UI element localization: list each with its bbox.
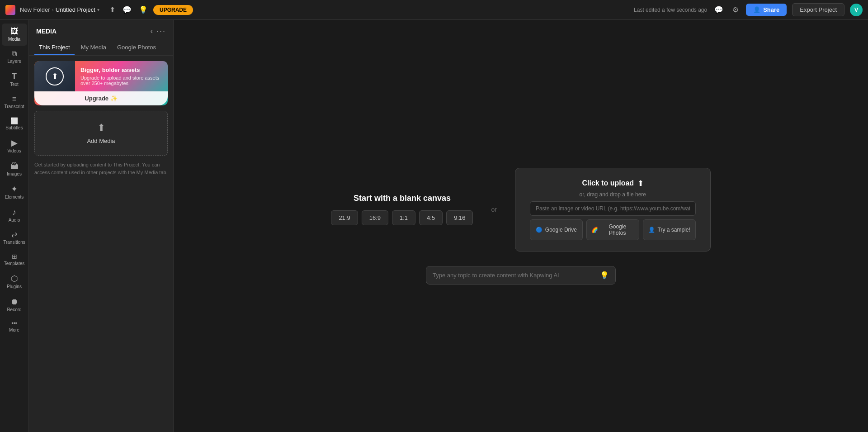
- breadcrumb-sep: ›: [52, 6, 53, 13]
- record-icon: ⏺: [10, 298, 19, 306]
- upgrade-banner-placeholder: ⬆: [34, 61, 75, 91]
- sidebar-item-layers[interactable]: ⧉ Layers: [2, 47, 27, 68]
- sidebar-item-transcript[interactable]: ≡ Transcript: [2, 92, 27, 113]
- media-panel-header: MEDIA ‹ ···: [29, 20, 173, 40]
- tab-google-photos[interactable]: Google Photos: [113, 40, 160, 55]
- blank-canvas-section: Start with a blank canvas 21:9 16:9 1:1 …: [331, 194, 473, 225]
- upload-button[interactable]: ⬆: [108, 4, 117, 16]
- media-panel-more-btn[interactable]: ···: [156, 26, 166, 36]
- project-name[interactable]: Untitled Project: [56, 6, 95, 13]
- google-photos-button[interactable]: 🌈 Google Photos: [586, 219, 639, 240]
- tab-my-media[interactable]: My Media: [76, 40, 111, 55]
- share-icon: 👤: [753, 6, 760, 13]
- ar-btn-1-1[interactable]: 1:1: [392, 210, 415, 225]
- media-icon: 🖼: [10, 27, 19, 35]
- topbar-right: Last edited a few seconds ago 💬 ⚙ 👤 Shar…: [634, 3, 863, 16]
- upgrade-banner-content: Bigger, bolder assets Upgrade to upload …: [75, 61, 168, 91]
- images-icon: 🏔: [10, 162, 19, 170]
- topbar: New Folder › Untitled Project ▾ ⬆ 💬 💡 UP…: [0, 0, 868, 20]
- upgrade-banner-btn[interactable]: Upgrade ✨: [34, 91, 168, 105]
- main-layout: 🖼 Media ⧉ Layers T Text ≡ Transcript ⬜ S…: [0, 20, 868, 432]
- sidebar-item-media[interactable]: 🖼 Media: [2, 24, 27, 46]
- try-sample-label: Try a sample!: [658, 227, 690, 233]
- audio-icon: ♪: [12, 208, 16, 216]
- upgrade-banner-inner: ⬆ Bigger, bolder assets Upgrade to uploa…: [34, 61, 168, 91]
- url-input[interactable]: [530, 201, 696, 216]
- elements-icon: ✦: [11, 185, 18, 193]
- export-button[interactable]: Export Project: [792, 3, 844, 16]
- ar-btn-4-5[interactable]: 4:5: [419, 210, 443, 225]
- settings-icon-btn[interactable]: ⚙: [731, 4, 741, 16]
- last-edited-label: Last edited a few seconds ago: [634, 7, 707, 13]
- sidebar-icons: 🖼 Media ⧉ Layers T Text ≡ Transcript ⬜ S…: [0, 20, 29, 432]
- ai-input-wrap: 💡: [426, 266, 616, 285]
- comment-button[interactable]: 💬: [121, 4, 133, 16]
- logo: [5, 5, 15, 15]
- sidebar-item-audio[interactable]: ♪ Audio: [2, 204, 27, 227]
- share-button[interactable]: 👤 Share: [746, 4, 787, 16]
- share-label: Share: [763, 6, 779, 13]
- transitions-icon: ⇄: [11, 231, 17, 238]
- upload-section[interactable]: Click to upload ⬆ or, drag and drop a fi…: [515, 168, 711, 252]
- sidebar-item-elements[interactable]: ✦ Elements: [2, 181, 27, 204]
- upgrade-banner-image: ⬆: [34, 61, 75, 91]
- chat-icon-btn[interactable]: 💬: [712, 4, 725, 16]
- google-drive-label: Google Drive: [545, 227, 577, 233]
- more-icon: •••: [11, 321, 17, 326]
- topbar-actions: ⬆ 💬 💡 UPGRADE: [108, 4, 193, 16]
- media-help-text: Get started by uploading content to This…: [34, 161, 168, 176]
- templates-icon: ⊞: [12, 253, 17, 260]
- media-panel: MEDIA ‹ ··· This Project My Media Google…: [29, 20, 174, 432]
- try-sample-icon: 👤: [648, 227, 655, 233]
- videos-icon: ▶: [11, 139, 18, 147]
- upload-arrow-icon: ⬆: [637, 179, 643, 188]
- breadcrumb-dropdown-icon[interactable]: ▾: [97, 7, 99, 12]
- media-tabs: This Project My Media Google Photos: [29, 40, 173, 56]
- avatar-button[interactable]: V: [850, 4, 863, 16]
- upload-title: Click to upload ⬆: [582, 179, 643, 188]
- canvas-area: Start with a blank canvas 21:9 16:9 1:1 …: [174, 20, 868, 432]
- add-media-label: Add Media: [87, 138, 115, 144]
- sections-row: Start with a blank canvas 21:9 16:9 1:1 …: [317, 168, 724, 252]
- transcript-icon: ≡: [12, 95, 16, 103]
- ai-sparkle-icon: 💡: [600, 271, 609, 280]
- media-panel-title: MEDIA: [36, 28, 57, 35]
- layers-icon: ⧉: [12, 50, 17, 57]
- sidebar-item-text[interactable]: T Text: [2, 69, 27, 91]
- sidebar-item-more[interactable]: ••• More: [2, 317, 27, 337]
- text-icon: T: [12, 72, 17, 81]
- upload-source-buttons: 🔵 Google Drive 🌈 Google Photos 👤 Try a s…: [530, 219, 696, 240]
- ar-btn-16-9[interactable]: 16:9: [362, 210, 388, 225]
- upgrade-banner-title: Bigger, bolder assets: [80, 66, 162, 73]
- breadcrumb: New Folder › Untitled Project ▾: [20, 6, 99, 13]
- or-divider: or: [491, 206, 496, 213]
- plugins-icon: ⬡: [11, 275, 18, 283]
- blank-canvas-title: Start with a blank canvas: [354, 194, 451, 203]
- logo-icon: [5, 5, 15, 15]
- aspect-ratio-buttons: 21:9 16:9 1:1 4:5 9:16: [331, 210, 473, 225]
- try-sample-button[interactable]: 👤 Try a sample!: [643, 219, 696, 240]
- subtitles-icon: ⬜: [10, 118, 18, 124]
- sidebar-item-record[interactable]: ⏺ Record: [2, 294, 27, 316]
- upgrade-button[interactable]: UPGRADE: [153, 5, 193, 15]
- sidebar-item-transitions[interactable]: ⇄ Transitions: [2, 228, 27, 249]
- upgrade-banner-desc: Upgrade to upload and store assets over …: [80, 75, 162, 86]
- ar-btn-21-9[interactable]: 21:9: [331, 210, 358, 225]
- sidebar-item-plugins[interactable]: ⬡ Plugins: [2, 271, 27, 293]
- lightbulb-button[interactable]: 💡: [137, 4, 150, 16]
- add-media-icon: ⬆: [97, 122, 105, 134]
- media-panel-body: ⬆ Bigger, bolder assets Upgrade to uploa…: [29, 56, 173, 432]
- add-media-button[interactable]: ⬆ Add Media: [34, 111, 168, 156]
- google-drive-button[interactable]: 🔵 Google Drive: [530, 219, 583, 240]
- sidebar-item-templates[interactable]: ⊞ Templates: [2, 250, 27, 270]
- tab-this-project[interactable]: This Project: [34, 40, 75, 55]
- center-content: Start with a blank canvas 21:9 16:9 1:1 …: [317, 168, 724, 285]
- ar-btn-9-16[interactable]: 9:16: [446, 210, 473, 225]
- folder-name[interactable]: New Folder: [20, 6, 50, 13]
- media-panel-collapse-btn[interactable]: ‹: [151, 27, 153, 35]
- ai-input[interactable]: [433, 272, 596, 279]
- sidebar-item-subtitles[interactable]: ⬜ Subtitles: [2, 114, 27, 134]
- sidebar-item-images[interactable]: 🏔 Images: [2, 158, 27, 180]
- upload-circle-icon: ⬆: [46, 67, 64, 85]
- sidebar-item-videos[interactable]: ▶ Videos: [2, 135, 27, 157]
